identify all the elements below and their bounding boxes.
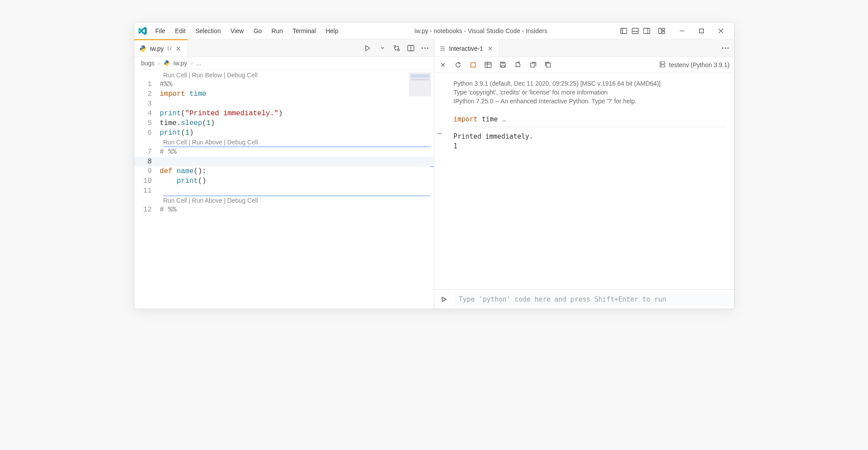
svg-rect-36 bbox=[660, 65, 665, 67]
codelens-cell-3[interactable]: Run Cell | Run Above | Debug Cell bbox=[134, 196, 434, 205]
more-actions-icon[interactable] bbox=[721, 44, 730, 53]
tab-dirty-indicator: U bbox=[167, 45, 171, 52]
kernel-banner: Python 3.9.1 (default, Dec 11 2020, 09:2… bbox=[454, 79, 726, 106]
svg-rect-35 bbox=[660, 62, 665, 64]
run-dropdown-icon[interactable] bbox=[378, 44, 387, 53]
git-compare-icon[interactable] bbox=[392, 44, 401, 53]
svg-rect-27 bbox=[471, 63, 475, 67]
code-editor[interactable]: Run Cell | Run Below | Debug Cell 1#%% 2… bbox=[134, 70, 434, 215]
interactive-pane: Interactive-1 ✕ ✕ bbox=[434, 39, 734, 309]
window-controls bbox=[619, 23, 731, 38]
editor-pane: iw.py U ✕ bugs › iw.p bbox=[134, 39, 434, 309]
tab-iwpy[interactable]: iw.py U ✕ bbox=[134, 39, 188, 57]
list-icon bbox=[440, 45, 446, 52]
svg-rect-28 bbox=[485, 62, 491, 68]
cell-output-text: Printed immediately. 1 bbox=[454, 132, 726, 151]
svg-rect-33 bbox=[531, 63, 534, 67]
menu-terminal[interactable]: Terminal bbox=[288, 26, 320, 36]
svg-rect-7 bbox=[659, 28, 661, 34]
svg-point-14 bbox=[394, 45, 396, 47]
cell-collapse-icon[interactable]: ⋯ bbox=[438, 129, 443, 138]
svg-point-15 bbox=[398, 49, 399, 51]
interactive-tabs: Interactive-1 ✕ bbox=[434, 39, 734, 57]
breadcrumb-separator-icon: › bbox=[158, 60, 160, 67]
interactive-tab-actions bbox=[716, 39, 734, 57]
svg-rect-5 bbox=[644, 28, 650, 34]
layout-sidebar-left-icon[interactable] bbox=[619, 26, 628, 35]
codelens-cell-1[interactable]: Run Cell | Run Below | Debug Cell bbox=[134, 71, 434, 79]
tab-interactive[interactable]: Interactive-1 ✕ bbox=[434, 39, 500, 57]
editor-tab-actions bbox=[360, 39, 434, 57]
menu-view[interactable]: View bbox=[226, 26, 248, 36]
interactive-toolbar: ✕ testenv (Python 3.9.1) bbox=[434, 57, 734, 73]
run-file-icon[interactable] bbox=[364, 44, 373, 53]
kernel-selector[interactable]: testenv (Python 3.9.1) bbox=[659, 61, 730, 68]
svg-point-26 bbox=[727, 47, 728, 49]
window-title: iw.py - notebooks - Visual Studio Code -… bbox=[343, 27, 619, 34]
svg-point-38 bbox=[661, 65, 662, 66]
menu-file[interactable]: File bbox=[151, 26, 170, 36]
layout-panel-icon[interactable] bbox=[631, 26, 640, 35]
vscode-insiders-logo-icon bbox=[137, 25, 148, 37]
interrupt-icon[interactable] bbox=[469, 61, 478, 69]
tab-close-icon[interactable]: ✕ bbox=[175, 44, 182, 53]
breadcrumb-separator-icon: › bbox=[191, 60, 193, 67]
breadcrumb-trail[interactable]: ... bbox=[196, 60, 201, 67]
server-icon bbox=[659, 61, 666, 68]
expand-all-icon[interactable] bbox=[529, 61, 538, 69]
menu-selection[interactable]: Selection bbox=[191, 26, 225, 36]
executed-cell-header[interactable]: import time … bbox=[454, 113, 726, 127]
svg-point-19 bbox=[424, 47, 425, 49]
minimize-button[interactable] bbox=[672, 23, 692, 38]
svg-rect-8 bbox=[662, 28, 665, 30]
svg-rect-3 bbox=[632, 28, 638, 34]
menu-bar: File Edit Selection View Go Run Terminal… bbox=[151, 26, 343, 36]
export-icon[interactable] bbox=[514, 61, 523, 69]
breadcrumb[interactable]: bugs › iw.py › ... bbox=[134, 57, 434, 70]
svg-rect-32 bbox=[502, 62, 504, 64]
svg-rect-34 bbox=[546, 63, 550, 67]
split-editor-icon[interactable] bbox=[406, 44, 415, 53]
svg-point-18 bbox=[421, 47, 423, 49]
svg-rect-11 bbox=[699, 29, 703, 33]
tab-close-icon[interactable]: ✕ bbox=[487, 44, 494, 53]
save-icon[interactable] bbox=[499, 61, 508, 69]
python-file-icon bbox=[140, 45, 147, 52]
customize-layout-icon[interactable] bbox=[657, 26, 666, 35]
clear-icon[interactable]: ✕ bbox=[439, 61, 447, 69]
breadcrumb-folder[interactable]: bugs bbox=[141, 60, 155, 67]
svg-point-25 bbox=[724, 47, 726, 49]
more-actions-icon[interactable] bbox=[421, 44, 429, 53]
menu-edit[interactable]: Edit bbox=[171, 26, 190, 36]
breadcrumb-file[interactable]: iw.py bbox=[174, 60, 187, 67]
python-file-icon bbox=[164, 60, 170, 66]
svg-point-37 bbox=[661, 62, 662, 63]
svg-rect-9 bbox=[662, 31, 665, 34]
maximize-button[interactable] bbox=[692, 23, 711, 38]
collapse-all-icon[interactable] bbox=[544, 61, 553, 69]
menu-run[interactable]: Run bbox=[267, 26, 288, 36]
codelens-cell-2[interactable]: Run Cell | Run Above | Debug Cell bbox=[134, 138, 434, 147]
interactive-output[interactable]: Python 3.9.1 (default, Dec 11 2020, 09:2… bbox=[434, 73, 734, 289]
layout-sidebar-right-icon[interactable] bbox=[642, 26, 651, 35]
interactive-input[interactable] bbox=[455, 292, 729, 306]
editor-split: iw.py U ✕ bugs › iw.p bbox=[134, 39, 734, 309]
editor-area[interactable]: Run Cell | Run Below | Debug Cell 1#%% 2… bbox=[134, 70, 434, 309]
editor-tabs: iw.py U ✕ bbox=[134, 39, 434, 57]
title-bar: File Edit Selection View Go Run Terminal… bbox=[134, 23, 734, 39]
svg-rect-1 bbox=[621, 28, 623, 34]
menu-help[interactable]: Help bbox=[321, 26, 343, 36]
interactive-input-row bbox=[434, 289, 734, 309]
close-button[interactable] bbox=[711, 23, 731, 38]
svg-point-20 bbox=[427, 47, 428, 49]
menu-go[interactable]: Go bbox=[249, 26, 266, 36]
execute-icon[interactable] bbox=[440, 295, 448, 304]
restart-icon[interactable] bbox=[454, 61, 462, 69]
kernel-label: testenv (Python 3.9.1) bbox=[669, 61, 730, 68]
tab-label: iw.py bbox=[150, 45, 164, 52]
tab-label: Interactive-1 bbox=[449, 45, 483, 52]
variables-icon[interactable] bbox=[484, 61, 493, 69]
svg-point-24 bbox=[722, 47, 723, 49]
app-window: File Edit Selection View Go Run Terminal… bbox=[134, 22, 735, 309]
